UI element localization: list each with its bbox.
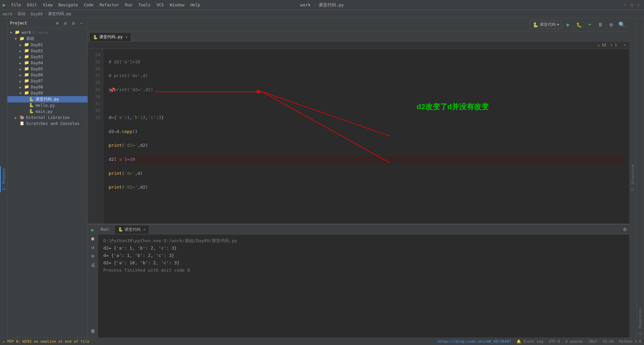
maximize-button[interactable]: □ [629, 2, 635, 8]
breadcrumb-file[interactable]: 课堂代码.py [48, 11, 71, 17]
bottom-right: Run: 🐍 课堂代码 ✕ ⚙ D:\Python38\python.exe D… [98, 224, 629, 338]
favorites-label[interactable]: 2: Favorites [638, 308, 642, 335]
minimize-button[interactable]: ─ [623, 2, 628, 8]
close-button[interactable]: ✕ [636, 2, 641, 8]
scroll-to-top-icon[interactable]: ⬆ [624, 43, 626, 47]
run-config-selector[interactable]: 🐍 课堂代码 ▼ [530, 20, 562, 29]
status-bar: ⚠ PEP 8: W292 no newline at end of file … [0, 338, 644, 345]
tree-root[interactable]: ▼ 📁 workD:\work [7, 29, 88, 36]
console-line-path: D:\Python38\python.exe D:/work/基础/Day09/… [103, 237, 624, 245]
status-warning[interactable]: ⚠ PEP 8: W292 no newline at end of file [3, 339, 89, 344]
project-gear-icon[interactable]: ⚙ [70, 20, 77, 26]
menu-view[interactable]: View [40, 2, 55, 8]
title-bar-left: ▶ File Edit View Navigate Code Refactor … [3, 2, 203, 8]
menu-file[interactable]: File [9, 2, 24, 8]
tree-day03[interactable]: ▶ 📁 Day03 [7, 54, 88, 60]
project-title: Project [10, 21, 53, 25]
bottom-area: ▶ ■ ↺ ≡ 🖨 🗑 Run: 🐍 课堂代码 ✕ [88, 224, 629, 338]
bottom-left-bar: ▶ ■ ↺ ≡ 🖨 🗑 [88, 224, 98, 338]
tab-bar: 🐍 课堂代码.py ✕ [88, 31, 629, 42]
tree-day08[interactable]: ▶ 📁 Day08 [7, 84, 88, 90]
tree-jichui[interactable]: ▼ 📁 基础 [7, 36, 88, 42]
left-panel: Project ⊕ ≡ ⚙ − ▼ 📁 workD:\work ▼ 📁 基础 [7, 18, 88, 338]
status-indent[interactable]: 4 spaces [565, 339, 583, 344]
tree-external-libs[interactable]: ▶ 📚 External Libraries [7, 115, 88, 121]
run-print-icon[interactable]: 🖨 [89, 261, 97, 269]
run-stop-icon[interactable]: ■ [89, 234, 97, 243]
project-tab-vertical[interactable]: 1: Project [0, 166, 7, 192]
debug-button[interactable]: 🐛 [574, 20, 584, 29]
content-area: 1: Project Project ⊕ ≡ ⚙ − ▼ 📁 workD:\wo… [0, 18, 644, 338]
console-line-process: Process finished with exit code 0 [103, 267, 624, 274]
line-info-bar: ⚠ 12 ✕ 1 ⬆ [88, 42, 629, 49]
menu-help[interactable]: Help [188, 2, 203, 8]
run-rerun-icon[interactable]: ↺ [89, 243, 97, 251]
tree-file-ketang[interactable]: 🐍 课堂代码.py [7, 96, 88, 102]
search-everywhere-icon[interactable]: 🔍 [617, 20, 627, 29]
code-editor[interactable]: 24 25 26 27 28 29 30 31 32 33 # d2['a']=… [88, 49, 629, 224]
run-trash-icon[interactable]: 🗑 [89, 327, 97, 335]
breadcrumb-day09[interactable]: Day09 [31, 12, 43, 16]
editor-tab[interactable]: 🐍 课堂代码.py ✕ [89, 32, 131, 41]
code-content[interactable]: # d2['a']=10 # print('d=',d) # print('d2… [103, 49, 629, 224]
profile-button[interactable]: ⏸ [596, 20, 605, 29]
run-config-label: 课堂代码 [540, 22, 556, 27]
status-event-log[interactable]: 🔔 Event Log [517, 339, 543, 344]
tree-day02[interactable]: ▶ 📁 Day02 [7, 48, 88, 54]
run-button[interactable]: ▶ [564, 20, 573, 29]
menu-code[interactable]: Code [81, 2, 96, 8]
run-tab-ketang[interactable]: 🐍 课堂代码 ✕ [114, 225, 149, 234]
structure-bar: 2: Structure [629, 18, 637, 338]
menu-vcs[interactable]: VCS [154, 2, 167, 8]
run-play-icon[interactable]: ▶ [89, 226, 97, 234]
menu-refactor[interactable]: Refactor [97, 2, 122, 8]
run-tab-close-icon[interactable]: ✕ [143, 227, 146, 232]
run-config-icon: 🐍 [533, 22, 538, 27]
run-config-dropdown-icon: ▼ [557, 23, 559, 26]
tree-day05[interactable]: ▶ 📁 Day05 [7, 66, 88, 72]
status-encoding[interactable]: UTF-8 [549, 339, 560, 344]
breadcrumb-work[interactable]: work [3, 12, 12, 16]
toolbar-settings-icon[interactable]: ⚙ [606, 20, 616, 29]
tree-day09[interactable]: ▼ 📁 Day09 [7, 90, 88, 96]
title-text: work - 课堂代码.py [300, 2, 344, 8]
tab-close-button[interactable]: ✕ [125, 35, 128, 39]
run-settings-icon[interactable]: ⚙ [623, 226, 627, 232]
title-bar: ▶ File Edit View Navigate Code Refactor … [0, 0, 644, 10]
error-count: ✕ 1 [610, 43, 617, 47]
tree-day01[interactable]: ▶ 📁 Day01 [7, 42, 88, 48]
status-python[interactable]: Python 3.8 [619, 339, 641, 344]
tree-day06[interactable]: ▶ 📁 Day06 [7, 72, 88, 78]
title-bar-menus: File Edit View Navigate Code Refactor Ru… [9, 2, 203, 8]
coverage-button[interactable]: ☂ [585, 20, 594, 29]
status-bar-right: https://blog.csdn.net/m0_46738467 🔔 Even… [438, 339, 641, 344]
menu-window[interactable]: Window [167, 2, 187, 8]
line-numbers: 24 25 26 27 28 29 30 31 32 33 [88, 49, 103, 224]
center-column: 🐍 课堂代码 ▼ ▶ 🐛 ☂ ⏸ ⚙ 🔍 🐍 课堂代码.py ✕ [88, 18, 629, 338]
tree-day07[interactable]: ▶ 📁 Day07 [7, 78, 88, 84]
run-scroll-icon[interactable]: ≡ [89, 252, 97, 260]
status-url[interactable]: https://blog.csdn.net/m0_46738467 [438, 339, 511, 344]
menu-tools[interactable]: Tools [136, 2, 153, 8]
tree-file-hello[interactable]: 🐍 Hello.py [7, 102, 88, 109]
app-icon: ▶ [3, 2, 6, 8]
console-output: D:\Python38\python.exe D:/work/基础/Day09/… [98, 234, 629, 338]
menu-edit[interactable]: Edit [24, 2, 40, 8]
warning-count: ⚠ 12 [597, 43, 606, 47]
project-settings-icon[interactable]: ⊕ [54, 20, 61, 26]
project-sort-icon[interactable]: ≡ [62, 20, 69, 26]
project-collapse-icon[interactable]: − [78, 20, 85, 26]
console-line-d2-2: d2= {'a': 10, 'b': 2, 'c': 3} [103, 259, 624, 267]
structure-label[interactable]: 2: Structure [630, 163, 636, 192]
run-tab-bar: Run: 🐍 课堂代码 ✕ ⚙ [98, 224, 629, 234]
project-header: Project ⊕ ≡ ⚙ − [7, 18, 88, 28]
tree-scratches[interactable]: 📋 Scratches and Consoles [7, 121, 88, 127]
menu-navigate[interactable]: Navigate [56, 2, 80, 8]
tree-file-main[interactable]: 🐍 main.py [7, 109, 88, 115]
tree-day04[interactable]: ▶ 📁 Day04 [7, 60, 88, 66]
breadcrumb-jichui[interactable]: 基础 [17, 11, 25, 17]
status-position[interactable]: 13:16 [603, 339, 614, 344]
status-line-ending[interactable]: CRLF [588, 339, 597, 344]
run-tab-icon: 🐍 [118, 227, 123, 232]
menu-run[interactable]: Run [122, 2, 135, 8]
